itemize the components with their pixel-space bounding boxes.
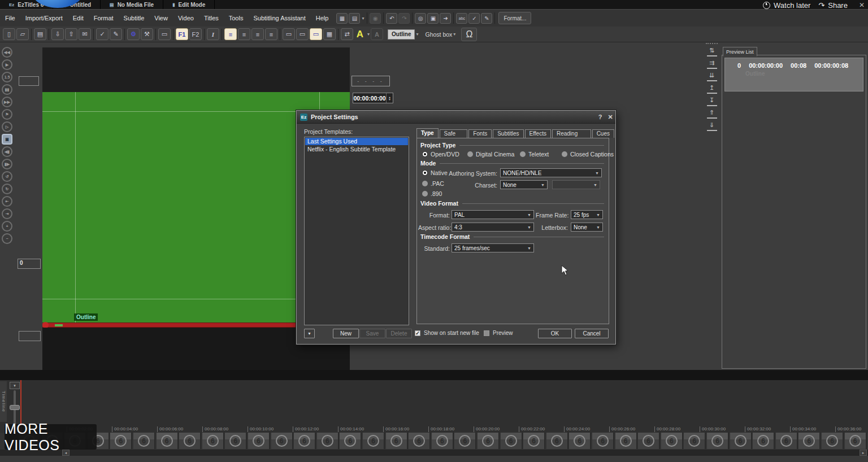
- left-empty-field-2[interactable]: [19, 331, 41, 341]
- timeline-panel-tab[interactable]: Timeline: [0, 381, 7, 422]
- film-frame[interactable]: 6: [661, 433, 683, 449]
- timeline-ruler[interactable]: 00:00:00:0000:00:02:0000:00:04:0000:00:0…: [0, 426, 868, 433]
- menu-file[interactable]: File: [0, 15, 20, 21]
- overlay-close-icon[interactable]: ✕: [859, 1, 865, 9]
- menu-tools[interactable]: Tools: [224, 15, 249, 21]
- export-icon[interactable]: ⇧: [65, 28, 77, 40]
- dialog-help-button[interactable]: ?: [595, 114, 605, 120]
- film-frame[interactable]: 6: [363, 433, 385, 449]
- new-file-icon[interactable]: ▯: [3, 28, 15, 40]
- frame-rate-select[interactable]: 25 fps▼: [571, 210, 603, 219]
- dialog-close-button[interactable]: ✕: [605, 114, 615, 121]
- more-videos-overlay[interactable]: MORE VIDEOS: [5, 424, 97, 450]
- monitor-icon[interactable]: ▭: [158, 28, 171, 40]
- check-subtitles-icon[interactable]: ✓: [96, 28, 108, 40]
- redo-icon[interactable]: ↷: [398, 13, 410, 24]
- film-frame[interactable]: 6: [409, 433, 431, 449]
- left-empty-field[interactable]: [19, 76, 39, 86]
- edit-list-icon[interactable]: ✎: [110, 28, 122, 40]
- undo-icon[interactable]: ↶: [386, 13, 397, 24]
- film-frame[interactable]: 6: [730, 433, 752, 449]
- menu-edit[interactable]: Edit: [68, 15, 89, 21]
- template-item-netflix[interactable]: Netflix - English Subtitle Template: [305, 146, 408, 153]
- split-row-icon[interactable]: ⇊: [707, 71, 717, 81]
- next-subtitle-button[interactable]: ▮▶: [2, 159, 12, 169]
- film-frame[interactable]: 6: [776, 433, 798, 449]
- f1-style-button[interactable]: F1: [176, 28, 188, 40]
- preview-checkbox[interactable]: Preview: [484, 330, 513, 336]
- film-frame[interactable]: 6: [248, 433, 270, 449]
- dialog-tab-type[interactable]: Type: [416, 128, 439, 138]
- film-frame[interactable]: 6: [822, 433, 844, 449]
- replay-button[interactable]: ↺: [2, 171, 12, 182]
- counter-field[interactable]: 0: [18, 259, 41, 269]
- shift-line-down-icon[interactable]: ↧: [707, 95, 717, 106]
- boxed-character-button[interactable]: A: [371, 28, 383, 40]
- jump-end-button[interactable]: ⇥: [2, 208, 12, 219]
- video-import-icon[interactable]: ▤: [349, 13, 360, 24]
- teletext-preview-icon[interactable]: ▦: [323, 28, 336, 40]
- send-file-icon[interactable]: ✉: [79, 28, 91, 40]
- film-frame[interactable]: 6: [478, 433, 500, 449]
- ghost-box-arrow-icon[interactable]: ▾: [453, 32, 455, 37]
- dialog-tab-reading-speed[interactable]: Reading Speed: [552, 129, 591, 138]
- record-icon[interactable]: ◉: [370, 13, 381, 24]
- align-right-icon[interactable]: ≡: [251, 28, 264, 40]
- timecode-spinner[interactable]: 00:00:00:00 ▲▼: [353, 93, 393, 103]
- jump-start-button[interactable]: ⇤: [2, 196, 12, 207]
- watch-later-button[interactable]: Watch later: [763, 1, 810, 10]
- settings-gear-icon[interactable]: ⚙: [127, 28, 140, 40]
- split-merge-icon[interactable]: ⇄: [341, 28, 353, 40]
- film-frame[interactable]: 6: [133, 433, 155, 449]
- standard-select[interactable]: 25 frames/sec▼: [452, 243, 534, 252]
- tools-icon[interactable]: ⚒: [141, 28, 153, 40]
- dialog-tab-effects[interactable]: Effects: [525, 129, 551, 138]
- film-frame[interactable]: 6: [157, 433, 179, 449]
- import-icon[interactable]: ⇩: [51, 28, 64, 40]
- ghost-box-dropdown[interactable]: Ghost box: [425, 31, 452, 38]
- radio-open-dvd[interactable]: Open/DVD: [422, 151, 459, 158]
- dialog-tab-safe-area[interactable]: Safe Area: [440, 129, 468, 138]
- video-options-arrow-icon[interactable]: ▾: [362, 16, 364, 21]
- dialog-title-bar[interactable]: Ez Project Settings ? ✕: [297, 111, 615, 124]
- radio-890[interactable]: .890: [422, 190, 442, 197]
- film-frame[interactable]: 6: [271, 433, 293, 449]
- character-color-arrow-icon[interactable]: ▾: [367, 32, 370, 37]
- ok-button[interactable]: OK: [538, 329, 572, 338]
- edit-comment-icon[interactable]: ✎: [481, 13, 492, 24]
- tab-edit-mode[interactable]: ▮Edit Mode: [163, 0, 215, 9]
- timeline-zoom-handle[interactable]: [10, 405, 20, 410]
- tab-no-media[interactable]: ▤No Media File: [101, 0, 163, 9]
- menu-titles[interactable]: Titles: [199, 15, 224, 21]
- film-frame[interactable]: 6: [684, 433, 706, 449]
- film-frame[interactable]: 6: [179, 433, 201, 449]
- position-top-icon[interactable]: ▭: [283, 28, 295, 40]
- spellcheck-icon[interactable]: abc: [456, 13, 467, 24]
- aspect-ratio-select[interactable]: 4:3▼: [452, 223, 534, 232]
- film-frame[interactable]: 6: [501, 433, 523, 449]
- film-frame[interactable]: 6: [340, 433, 362, 449]
- save-icon[interactable]: ▤: [34, 28, 46, 40]
- dialog-tab-fonts[interactable]: Fonts: [468, 129, 492, 138]
- merge-rows-icon[interactable]: ⇉: [707, 58, 717, 69]
- menu-subtitle[interactable]: Subtitle: [119, 15, 150, 21]
- film-frame[interactable]: 6: [592, 433, 614, 449]
- dialog-tab-subtitles[interactable]: Subtitles: [493, 129, 523, 138]
- video-preview-icon[interactable]: ▦: [336, 13, 348, 24]
- show-on-start-checkbox[interactable]: ✓ Show on start new file: [415, 330, 479, 336]
- radio-closed-captions[interactable]: Closed Captions: [562, 151, 614, 158]
- play-selection-button[interactable]: ▷: [2, 121, 12, 132]
- shift-line-up-icon[interactable]: ↥: [707, 83, 717, 94]
- dialog-tab-cues[interactable]: Cues: [592, 129, 614, 138]
- film-frame[interactable]: 6: [845, 433, 867, 449]
- video-progress-bar[interactable]: [42, 322, 296, 328]
- timeline-filmstrip[interactable]: 6666666666666666666666666666666666666: [0, 433, 868, 450]
- fast-forward-button[interactable]: ▶▶: [2, 97, 12, 107]
- templates-more-button[interactable]: ▼: [304, 329, 315, 338]
- film-frame[interactable]: 6: [454, 433, 476, 449]
- add-frame-button[interactable]: +: [2, 221, 12, 232]
- preview-list-tab[interactable]: Preview List: [723, 47, 757, 56]
- find-icon[interactable]: ◎: [415, 13, 426, 24]
- subtract-frame-button[interactable]: −: [2, 233, 12, 244]
- film-frame[interactable]: 6: [798, 433, 821, 449]
